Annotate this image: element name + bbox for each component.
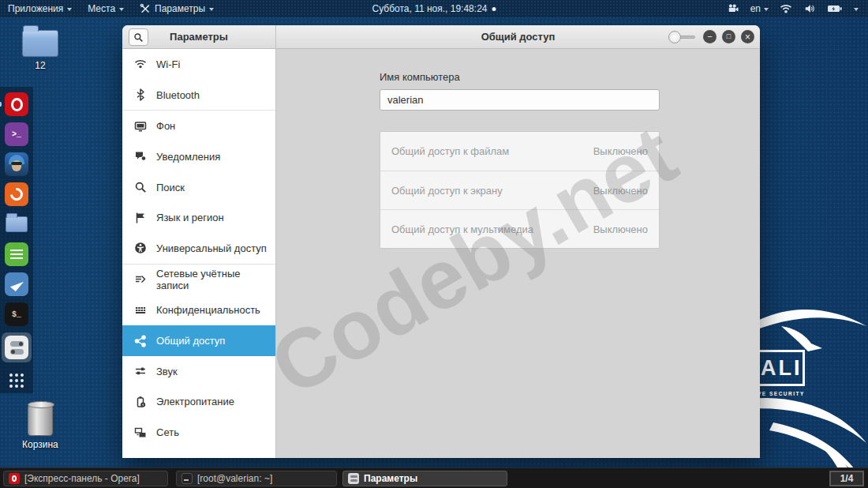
- taskbar-window-title: [root@valerian: ~]: [197, 473, 272, 484]
- search-button[interactable]: [129, 28, 148, 46]
- row-status: Выключено: [593, 223, 648, 235]
- sidebar-item-label: Сеть: [156, 426, 179, 438]
- sidebar-item-label: Bluetooth: [156, 89, 200, 101]
- sidebar-item-label: Фон: [156, 120, 175, 132]
- places-menu[interactable]: Места: [80, 0, 132, 17]
- folder-label: 12: [35, 60, 45, 71]
- settings-window: Параметры Общий доступ − □ × Wi-Fi Bluet…: [122, 25, 760, 458]
- taskbar-settings-window[interactable]: Параметры: [342, 471, 507, 486]
- text-lines-icon: [10, 250, 23, 252]
- browser-swirl-icon: [8, 186, 26, 204]
- screencast-icon[interactable]: [727, 3, 739, 14]
- taskbar-window-title: Параметры: [364, 473, 417, 484]
- appmenu-settings[interactable]: Параметры: [132, 0, 222, 17]
- dock-cleaner-icon[interactable]: [5, 272, 28, 296]
- notification-bubble-icon: [134, 150, 147, 163]
- sidebar-item-bluetooth[interactable]: Bluetooth: [122, 80, 275, 111]
- sidebar-item-label: Поиск: [156, 182, 185, 193]
- dock-show-applications-icon[interactable]: [5, 369, 28, 392]
- sharing-panel: Имя компьютера Общий доступ к файлам Вык…: [277, 49, 760, 458]
- sharing-options-list: Общий доступ к файлам Выключено Общий до…: [380, 131, 660, 249]
- wifi-status-icon[interactable]: [780, 4, 792, 14]
- system-menu-chevron-icon[interactable]: [854, 8, 859, 11]
- dock: >_ $_: [0, 87, 33, 393]
- folder-icon: [6, 216, 28, 232]
- kali-logo-subtext: VE SECURITY: [758, 391, 805, 396]
- sidebar-item-search[interactable]: Поиск: [122, 172, 275, 203]
- volume-icon[interactable]: [803, 3, 816, 14]
- sidebar-item-region[interactable]: Язык и регион: [122, 202, 275, 233]
- terminal-icon: [181, 473, 193, 484]
- row-screen-sharing[interactable]: Общий доступ к экрану Выключено: [380, 171, 659, 209]
- minimize-icon: −: [707, 32, 712, 41]
- desktop-trash[interactable]: Корзина: [22, 403, 58, 450]
- keyboard-layout-label: en: [750, 3, 761, 14]
- dock-web-browser-icon[interactable]: [5, 182, 28, 206]
- taskbar-opera-window[interactable]: [Экспресс-панель - Opera]: [3, 471, 168, 486]
- keyboard-layout-indicator[interactable]: en: [750, 3, 769, 14]
- trash-icon: [28, 403, 53, 436]
- sidebar-item-universal-access[interactable]: Универсальный доступ: [122, 233, 275, 264]
- grid-dots-icon: [9, 374, 13, 377]
- sidebar-item-notifications[interactable]: Уведомления: [122, 141, 275, 172]
- switch-knob: [668, 31, 681, 43]
- workspace-indicator[interactable]: 1/4: [829, 471, 864, 486]
- running-indicator: [0, 102, 2, 107]
- dock-settings-active-highlight: [2, 332, 32, 362]
- settings-sidebar: Wi-Fi Bluetooth Фон Уведомления Поиск: [122, 49, 276, 458]
- computer-name-input[interactable]: [380, 89, 660, 111]
- sidebar-item-label: Wi-Fi: [156, 58, 180, 70]
- dock-terminal-icon[interactable]: >_: [5, 122, 28, 146]
- sidebar-item-wifi[interactable]: Wi-Fi: [122, 49, 275, 80]
- taskbar-window-title: [Экспресс-панель - Opera]: [24, 473, 140, 484]
- close-icon: ×: [745, 32, 750, 42]
- dock-text-editor-icon[interactable]: [5, 242, 28, 266]
- sidebar-item-label: Электропитание: [156, 396, 234, 407]
- terminal-prompt-glyph: >_: [12, 130, 21, 139]
- clock-text: Суббота, 11 ноя., 19:48:24: [372, 3, 488, 14]
- battery-status-icon[interactable]: [827, 4, 843, 13]
- sidebar-item-power[interactable]: Электропитание: [122, 387, 275, 418]
- computer-name-label: Имя компьютера: [380, 71, 460, 83]
- row-file-sharing[interactable]: Общий доступ к файлам Выключено: [380, 132, 659, 171]
- dock-file-manager-icon[interactable]: [5, 212, 28, 236]
- sharing-master-switch[interactable]: [668, 33, 695, 41]
- sidebar-item-sharing[interactable]: Общий доступ: [122, 325, 275, 356]
- bottom-taskbar: [Экспресс-панель - Opera] [root@valerian…: [0, 467, 868, 488]
- notification-dot-icon: [492, 7, 496, 11]
- wifi-icon: [134, 58, 147, 70]
- sidebar-item-label: Конфиденциальность: [156, 304, 260, 316]
- sidebar-item-label: Сетевые учётные записи: [156, 268, 275, 291]
- clock[interactable]: Суббота, 11 ноя., 19:48:24: [372, 3, 496, 14]
- network-icon: [134, 426, 147, 439]
- close-button[interactable]: ×: [741, 30, 754, 43]
- applications-menu[interactable]: Приложения: [0, 0, 80, 17]
- sidebar-item-label: Звук: [156, 366, 178, 377]
- taskbar-terminal-window[interactable]: [root@valerian: ~]: [176, 471, 337, 486]
- dock-root-terminal-icon[interactable]: $_: [5, 302, 28, 326]
- opera-ring-icon: [11, 98, 23, 111]
- row-label: Общий доступ к экрану: [391, 185, 503, 197]
- sidebar-item-privacy[interactable]: Конфиденциальность: [122, 295, 275, 326]
- dock-avatar-app-icon[interactable]: [5, 152, 28, 176]
- dock-opera-icon[interactable]: [5, 92, 28, 116]
- maximize-button[interactable]: □: [722, 30, 735, 43]
- sidebar-item-online-accounts[interactable]: Сетевые учётные записи: [122, 265, 275, 295]
- row-status: Выключено: [593, 185, 648, 197]
- minimize-button[interactable]: −: [703, 30, 716, 43]
- toggle-pill-icon: [10, 341, 24, 347]
- headerbar: Параметры Общий доступ − □ ×: [122, 25, 760, 49]
- sidebar-item-background[interactable]: Фон: [122, 111, 275, 141]
- sidebar-item-network[interactable]: Сеть: [122, 417, 275, 448]
- online-accounts-icon: [134, 273, 147, 286]
- row-media-sharing[interactable]: Общий доступ к мультимедиа Выключено: [380, 209, 659, 248]
- dock-settings-icon[interactable]: [5, 336, 28, 359]
- opera-icon: [9, 473, 20, 484]
- sidebar-item-sound[interactable]: Звук: [122, 356, 275, 387]
- desktop-folder-12[interactable]: 12: [22, 30, 58, 71]
- folder-icon: [22, 30, 58, 57]
- row-label: Общий доступ к мультимедиа: [391, 223, 533, 235]
- headerbar-content-section: Общий доступ − □ ×: [276, 25, 760, 48]
- sidebar-item-label: Уведомления: [156, 151, 220, 163]
- chevron-down-icon: [67, 8, 72, 11]
